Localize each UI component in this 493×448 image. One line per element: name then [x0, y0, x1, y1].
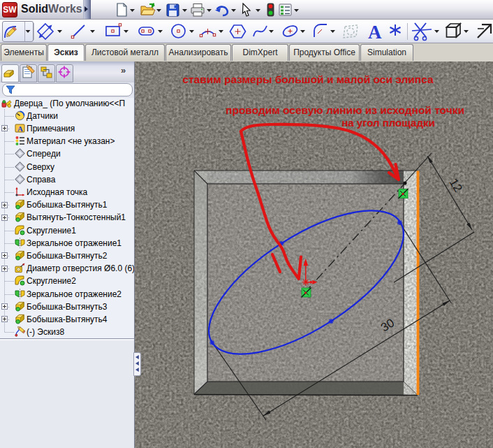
svg-text:»: »	[121, 65, 126, 75]
svg-text:на угол площадки: на угол площадки	[341, 117, 434, 129]
svg-text:ставим размеры большой и малой: ставим размеры большой и малой оси элипс…	[182, 73, 434, 85]
svg-text:A: A	[17, 124, 23, 132]
svg-text:проводим осевую линию из исход: проводим осевую линию из исходной точки	[226, 104, 464, 116]
svg-text:A: A	[368, 22, 382, 43]
